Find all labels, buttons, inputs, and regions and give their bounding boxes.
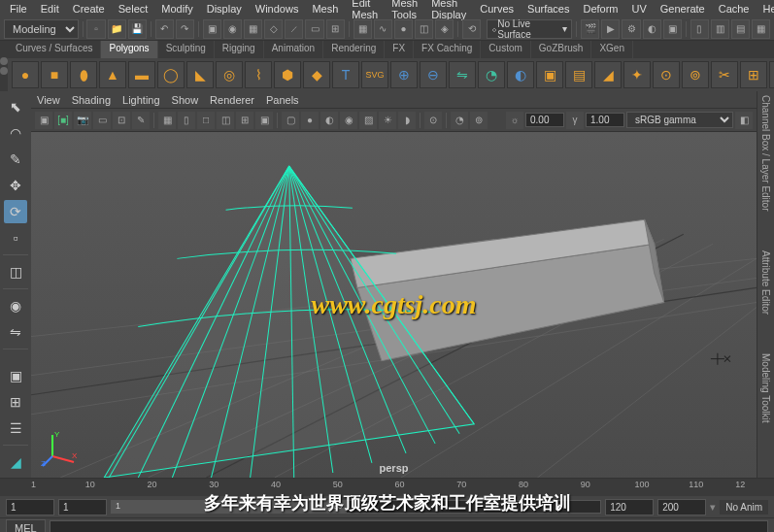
snap-plane-button[interactable]: ◫ bbox=[415, 19, 433, 39]
shelf-tab-rendering[interactable]: Rendering bbox=[323, 41, 385, 58]
gamma-icon[interactable]: γ bbox=[566, 112, 584, 129]
outliner-button[interactable]: ☰ bbox=[4, 416, 27, 440]
poly-platonic-icon[interactable]: ◆ bbox=[303, 61, 330, 88]
no-live-surface-dropdown[interactable]: ⬦ No Live Surface ▾ bbox=[487, 19, 572, 39]
poly-helix-icon[interactable]: ⌇ bbox=[245, 61, 272, 88]
select-uv-button[interactable]: ⊞ bbox=[326, 19, 345, 39]
snap-point-button[interactable]: ● bbox=[394, 19, 413, 39]
shelf-tab-fx[interactable]: FX bbox=[385, 41, 414, 58]
shelf-tab-animation[interactable]: Animation bbox=[264, 41, 323, 58]
shelf-tab-curves[interactable]: Curves / Surfaces bbox=[8, 41, 101, 58]
anim-layer-dropdown[interactable]: No Anim bbox=[720, 500, 768, 515]
panel-layout-4[interactable]: ▦ bbox=[752, 19, 770, 39]
menu-create[interactable]: Create bbox=[67, 1, 111, 17]
render-settings-button[interactable]: ⚙ bbox=[622, 19, 640, 39]
range-end-field[interactable] bbox=[657, 499, 706, 515]
poly-cone-icon[interactable]: ▲ bbox=[99, 61, 126, 88]
poly-insert-edge-icon[interactable]: ⊞ bbox=[740, 61, 767, 88]
poly-offset-edge-icon[interactable]: ⊟ bbox=[769, 61, 774, 88]
shelf-tab-polygons[interactable]: Polygons bbox=[101, 41, 157, 58]
rotate-tool[interactable]: ⟳ bbox=[4, 200, 27, 223]
panel-menu-view[interactable]: View bbox=[37, 94, 60, 106]
shelf-selector[interactable] bbox=[0, 41, 8, 91]
use-all-lights-button[interactable]: ☀ bbox=[379, 112, 396, 129]
poly-plane-icon[interactable]: ▬ bbox=[128, 61, 155, 88]
poly-type-icon[interactable]: T bbox=[332, 61, 359, 88]
render-view-button[interactable]: ▣ bbox=[663, 19, 682, 39]
poly-torus-icon[interactable]: ◯ bbox=[157, 61, 185, 88]
select-face-button[interactable]: ▭ bbox=[305, 19, 323, 39]
shelf-tab-gozbrush[interactable]: GoZBrush bbox=[531, 41, 592, 58]
select-component-button[interactable]: ▦ bbox=[244, 19, 262, 39]
wireframe-button[interactable]: ▢ bbox=[282, 112, 299, 129]
menu-surfaces[interactable]: Surfaces bbox=[522, 1, 575, 17]
menu-edit[interactable]: Edit bbox=[35, 1, 65, 17]
panel-layout-3[interactable]: ▤ bbox=[731, 19, 750, 39]
poly-soccer-icon[interactable]: ⬢ bbox=[274, 61, 301, 88]
menu-uv[interactable]: UV bbox=[626, 1, 653, 17]
menu-select[interactable]: Select bbox=[113, 1, 154, 17]
poly-mirror-icon[interactable]: ⇋ bbox=[449, 61, 476, 88]
last-tool[interactable]: ◫ bbox=[4, 260, 27, 283]
modeling-toolkit-tab[interactable]: Modeling Toolkit bbox=[760, 353, 771, 423]
menu-help[interactable]: Help bbox=[757, 1, 774, 17]
film-gate-toggle[interactable]: ▯ bbox=[178, 112, 195, 129]
save-scene-button[interactable]: 💾 bbox=[128, 19, 147, 39]
poly-merge-icon[interactable]: ⊙ bbox=[653, 61, 680, 88]
menu-file[interactable]: File bbox=[4, 1, 33, 17]
menu-cache[interactable]: Cache bbox=[713, 1, 756, 17]
use-default-material-button[interactable]: ◐ bbox=[320, 112, 338, 129]
snap-curve-button[interactable]: ∿ bbox=[374, 19, 392, 39]
attribute-editor-tab[interactable]: Attribute Editor bbox=[760, 250, 771, 315]
menu-deform[interactable]: Deform bbox=[577, 1, 623, 17]
playback-end-field[interactable] bbox=[605, 499, 654, 515]
menu-modify[interactable]: Modify bbox=[155, 1, 198, 17]
render-button[interactable]: 🎬 bbox=[581, 19, 599, 39]
shelf-tab-rigging[interactable]: Rigging bbox=[215, 41, 264, 58]
select-hierarchy-button[interactable]: ▣ bbox=[203, 19, 221, 39]
color-space-dropdown[interactable]: sRGB gamma bbox=[626, 112, 733, 128]
snap-grid-button[interactable]: ▦ bbox=[353, 19, 372, 39]
panel-menu-renderer[interactable]: Renderer bbox=[210, 94, 254, 106]
resolution-gate-toggle[interactable]: □ bbox=[197, 112, 215, 129]
exposure-field[interactable] bbox=[525, 113, 564, 127]
poly-combine-icon[interactable]: ⊕ bbox=[390, 61, 418, 88]
ipr-render-button[interactable]: ▶ bbox=[601, 19, 620, 39]
poly-extrude-icon[interactable]: ▣ bbox=[536, 61, 563, 88]
poly-svg-icon[interactable]: SVG bbox=[361, 61, 388, 88]
panel-layout-2[interactable]: ▥ bbox=[711, 19, 729, 39]
isolate-select-button[interactable]: ⊙ bbox=[424, 112, 442, 129]
move-tool[interactable]: ✥ bbox=[4, 174, 27, 197]
select-vertex-button[interactable]: ◇ bbox=[264, 19, 283, 39]
command-input[interactable] bbox=[50, 520, 768, 533]
poly-target-weld-icon[interactable]: ⊚ bbox=[682, 61, 709, 88]
perspective-viewport[interactable]: Y X Z www.cgtsj.com persp bbox=[31, 132, 757, 478]
panel-layout-1[interactable]: ▯ bbox=[690, 19, 709, 39]
poly-bevel-icon[interactable]: ◢ bbox=[594, 61, 622, 88]
poly-poke-icon[interactable]: ✦ bbox=[623, 61, 651, 88]
shelf-tab-custom[interactable]: Custom bbox=[481, 41, 530, 58]
poly-pyramid-icon[interactable]: ◣ bbox=[186, 61, 214, 88]
four-view-layout[interactable]: ⊞ bbox=[4, 390, 27, 414]
menu-mesh[interactable]: Mesh bbox=[306, 1, 344, 17]
menu-curves[interactable]: Curves bbox=[474, 1, 520, 17]
poly-cylinder-icon[interactable]: ⬮ bbox=[70, 61, 97, 88]
gate-mask-toggle[interactable]: ◫ bbox=[217, 112, 234, 129]
textured-button[interactable]: ▨ bbox=[359, 112, 377, 129]
perspective-layout[interactable]: ▣ bbox=[4, 364, 27, 387]
xray-button[interactable]: ◔ bbox=[451, 112, 468, 129]
xray-joints-button[interactable]: ⊚ bbox=[470, 112, 488, 129]
poly-smooth-icon[interactable]: ◔ bbox=[478, 61, 505, 88]
channel-box-tab[interactable]: Channel Box / Layer Editor bbox=[760, 95, 771, 212]
poly-pipe-icon[interactable]: ◎ bbox=[216, 61, 243, 88]
panel-menu-lighting[interactable]: Lighting bbox=[122, 94, 160, 106]
menu-generate[interactable]: Generate bbox=[655, 1, 711, 17]
shadows-button[interactable]: ◗ bbox=[398, 112, 416, 129]
poly-separate-icon[interactable]: ⊖ bbox=[420, 61, 447, 88]
smooth-shade-button[interactable]: ● bbox=[301, 112, 319, 129]
menu-windows[interactable]: Windows bbox=[250, 1, 305, 17]
script-language-toggle[interactable]: MEL bbox=[6, 519, 46, 533]
safe-action-toggle[interactable]: ▣ bbox=[255, 112, 273, 129]
poly-multicut-icon[interactable]: ✂ bbox=[711, 61, 738, 88]
exposure-icon[interactable]: ☼ bbox=[506, 112, 523, 129]
